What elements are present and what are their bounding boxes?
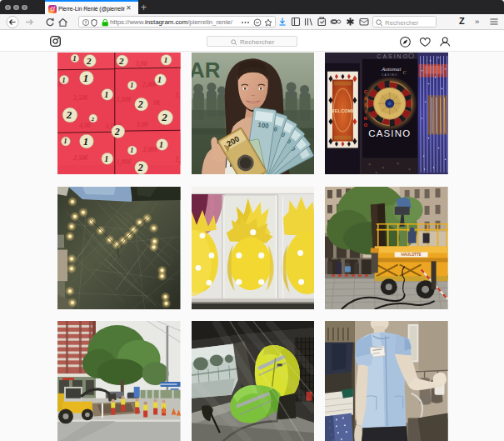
svg-text:2,: 2, <box>175 92 181 99</box>
svg-text:CASINO: CASINO <box>368 128 411 138</box>
svg-text:2,50€: 2,50€ <box>72 154 89 162</box>
svg-text:1: 1 <box>130 82 133 89</box>
svg-text:2: 2 <box>118 56 124 66</box>
svg-text:3,00: 3,00 <box>136 121 148 128</box>
svg-text:2: 2 <box>137 98 143 110</box>
svg-text:1,00€: 1,00€ <box>117 158 132 166</box>
svg-text:1: 1 <box>157 75 162 84</box>
svg-text:CASINO: CASINO <box>377 53 409 59</box>
svg-text:1: 1 <box>72 54 76 63</box>
svg-text:2: 2 <box>86 56 92 66</box>
svg-text:1: 1 <box>104 154 108 163</box>
svg-text:1: 1 <box>159 140 163 149</box>
svg-text:1: 1 <box>130 147 133 154</box>
svg-text:3,00: 3,00 <box>135 60 147 68</box>
svg-text:2,: 2, <box>175 156 181 163</box>
svg-text:2,00€: 2,00€ <box>142 146 159 153</box>
svg-text:1: 1 <box>104 90 108 99</box>
svg-text:O: O <box>364 123 367 128</box>
svg-text:1,00€: 1,00€ <box>117 96 132 103</box>
svg-text:CASINO: CASINO <box>382 73 397 77</box>
svg-text:1: 1 <box>83 73 88 84</box>
svg-text:2: 2 <box>114 126 120 138</box>
svg-text:2: 2 <box>161 112 167 123</box>
svg-text:2: 2 <box>66 109 72 121</box>
svg-text:2: 2 <box>137 162 143 173</box>
svg-text:2: 2 <box>91 116 95 123</box>
svg-text:1: 1 <box>63 138 67 146</box>
svg-text:0€: 0€ <box>154 99 162 107</box>
svg-text:WELCOME: WELCOME <box>330 108 355 113</box>
svg-text:4,00: 4,00 <box>78 122 91 129</box>
svg-text:1: 1 <box>164 56 167 64</box>
svg-text:HAULOTTE: HAULOTTE <box>401 253 421 257</box>
svg-text:1: 1 <box>62 77 65 84</box>
svg-text:2,50€: 2,50€ <box>72 94 89 102</box>
svg-text:1: 1 <box>83 136 88 148</box>
svg-text:Automat: Automat <box>381 66 402 73</box>
svg-text:100: 100 <box>257 121 269 130</box>
svg-text:AR: AR <box>192 58 221 82</box>
